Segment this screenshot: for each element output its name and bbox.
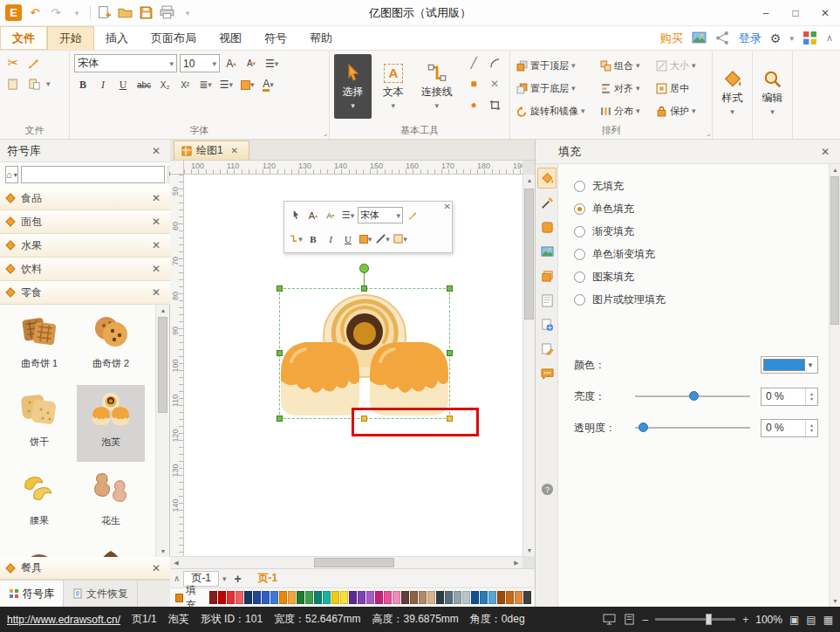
paste-caret-icon[interactable]: ▾	[46, 79, 51, 88]
increase-font-button[interactable]: A▴	[222, 55, 240, 72]
scroll-down-icon[interactable]: ▼	[523, 545, 536, 556]
palette-swatch[interactable]	[358, 591, 365, 604]
minimize-button[interactable]: –	[751, 0, 781, 25]
library-scrollbar-thumb[interactable]	[158, 317, 167, 413]
decrease-font-button[interactable]: A▾	[242, 55, 260, 72]
remark-icon[interactable]	[537, 339, 557, 360]
text-align-button[interactable]: ☰▾	[263, 55, 281, 72]
scroll-up-icon[interactable]: ▲	[156, 305, 170, 316]
palette-swatch[interactable]	[401, 591, 409, 604]
library-home-button[interactable]: ⌂ ▾	[5, 166, 18, 183]
close-button[interactable]: ✕	[810, 0, 840, 25]
page-list-collapse-icon[interactable]: ∧	[174, 574, 180, 583]
palette-swatch[interactable]	[480, 591, 488, 604]
center-button[interactable]: 居中	[654, 80, 708, 97]
print-button[interactable]	[159, 5, 174, 21]
palette-swatch[interactable]	[393, 591, 400, 604]
brightness-spinbox[interactable]: 0 % ▴▾	[761, 388, 818, 406]
zoom-out-button[interactable]: –	[643, 614, 649, 626]
canvas-horizontal-scrollbar[interactable]: ◀ ▶	[170, 556, 522, 568]
mini-line-color-button[interactable]: ▾	[375, 230, 391, 248]
category-drinks[interactable]: 饮料 ✕	[0, 258, 170, 281]
font-color-button[interactable]: A▾	[260, 76, 277, 93]
edit-button[interactable]: 编辑 ▾	[757, 54, 788, 131]
send-to-back-button[interactable]: 置于底层▾	[515, 80, 598, 97]
font-size-select[interactable]: 10▾	[180, 54, 220, 72]
palette-swatch[interactable]	[323, 591, 331, 604]
palette-swatch[interactable]	[262, 591, 270, 604]
palette-swatch[interactable]	[384, 591, 392, 604]
fill-option[interactable]: 图案填充	[558, 265, 829, 288]
size-button[interactable]: 大小▾	[654, 58, 708, 74]
fill-panel-close-icon[interactable]: ✕	[818, 145, 832, 159]
add-page-button[interactable]: +	[230, 572, 246, 586]
mini-underline-button[interactable]: U	[340, 230, 356, 248]
draw-ellipse-button[interactable]: ●	[463, 96, 484, 113]
help-icon[interactable]: ?	[537, 478, 557, 499]
radio-icon[interactable]	[574, 249, 585, 260]
bring-to-front-button[interactable]: 置于顶层▾	[515, 58, 598, 74]
format-painter-icon[interactable]	[24, 54, 43, 72]
selection-handle-n[interactable]	[361, 285, 367, 292]
dialog-launcher-icon[interactable]: ⌟	[707, 128, 710, 137]
palette-swatch[interactable]	[279, 591, 287, 604]
zoom-level[interactable]: 100%	[755, 614, 782, 626]
category-close-icon[interactable]: ✕	[149, 238, 163, 252]
line-spacing-button[interactable]: ≣▾	[196, 76, 215, 93]
mini-select-icon[interactable]	[288, 207, 304, 224]
presentation-mode-icon[interactable]	[603, 614, 616, 625]
shape-format-icon[interactable]	[537, 216, 557, 237]
fill-panel-scroll-thumb[interactable]	[830, 176, 839, 325]
grid-toggle-icon[interactable]: ▦	[823, 614, 833, 626]
font-family-select[interactable]: 宋体▾	[74, 54, 177, 72]
fit-page-icon[interactable]: ▣	[789, 614, 799, 626]
symbol-cracker[interactable]: 饼干	[5, 385, 73, 462]
superscript-button[interactable]: X²	[176, 76, 194, 93]
symbol-peanut[interactable]: 花生	[77, 464, 145, 540]
category-close-icon[interactable]: ✕	[149, 262, 163, 276]
fill-option[interactable]: 无填充	[558, 175, 829, 197]
mini-bold-button[interactable]: B	[305, 230, 321, 248]
distribute-button[interactable]: 分布▾	[598, 103, 654, 120]
page-preview-icon[interactable]	[623, 614, 636, 625]
palette-swatch[interactable]	[375, 591, 383, 604]
buy-button[interactable]: 购买	[660, 31, 683, 46]
italic-button[interactable]: I	[94, 76, 112, 93]
tab-file-recovery[interactable]: 文件恢复	[64, 580, 138, 607]
mini-toolbar-close-icon[interactable]: ✕	[444, 202, 451, 211]
rotation-handle[interactable]	[359, 264, 369, 273]
fill-option[interactable]: 图片或纹理填充	[558, 288, 829, 311]
fill-format-icon[interactable]	[537, 168, 557, 189]
palette-swatch[interactable]	[419, 591, 427, 604]
category-snacks[interactable]: 零食 ✕	[0, 281, 170, 305]
mini-format-painter-icon[interactable]	[405, 207, 420, 224]
palette-swatch[interactable]	[427, 591, 435, 604]
save-button[interactable]	[138, 5, 154, 21]
paste-special-icon[interactable]	[25, 75, 44, 93]
symbol-cookie1[interactable]: 曲奇饼 1	[5, 306, 73, 383]
highlight-color-button[interactable]: ▾	[238, 76, 257, 93]
fit-width-icon[interactable]: ▤	[806, 614, 816, 626]
open-button[interactable]	[117, 5, 133, 21]
library-scrollbar[interactable]: ▲ ▼	[155, 305, 169, 557]
page-list-caret-icon[interactable]: ▾	[222, 574, 227, 583]
palette-swatch[interactable]	[523, 591, 531, 604]
spinner-arrows[interactable]: ▴▾	[805, 388, 817, 405]
tab-home[interactable]: 开始	[47, 26, 94, 50]
symbol-partial-1[interactable]	[5, 542, 73, 557]
palette-swatch[interactable]	[209, 591, 217, 604]
new-document-button[interactable]	[96, 5, 112, 21]
edrawsoft-link[interactable]: http://www.edrawsoft.cn/	[7, 614, 120, 626]
selection-handle-e[interactable]	[447, 350, 453, 356]
settings-gear-icon[interactable]: ⚙	[770, 31, 782, 45]
category-close-icon[interactable]: ✕	[149, 215, 163, 229]
mini-quick-style-button[interactable]: ▾	[393, 230, 408, 248]
category-close-icon[interactable]: ✕	[149, 285, 163, 299]
group-button[interactable]: 组合▾	[598, 58, 654, 74]
picture-icon[interactable]	[692, 31, 707, 45]
draw-line-button[interactable]: ╱	[463, 54, 484, 72]
symbol-partial-2[interactable]	[77, 542, 145, 557]
protect-button[interactable]: 保护▾	[654, 103, 708, 120]
zoom-slider-knob[interactable]	[706, 614, 712, 625]
style-button[interactable]: 样式 ▾	[717, 54, 748, 131]
